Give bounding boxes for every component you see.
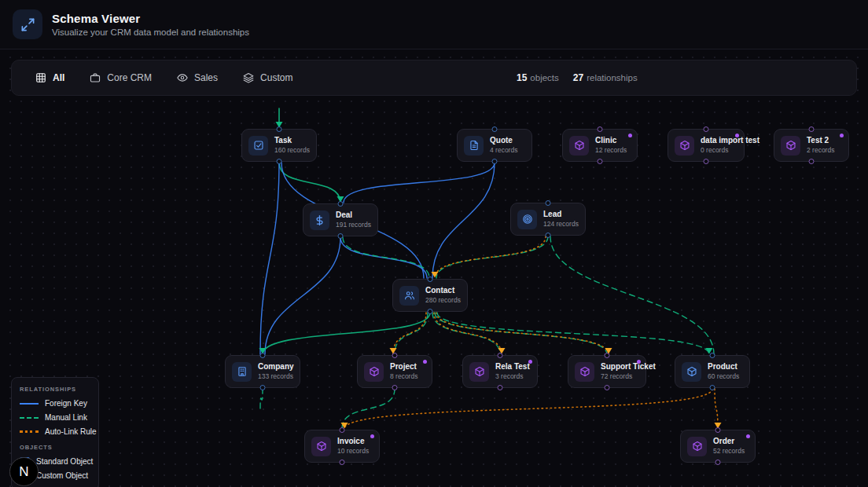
target-port[interactable] bbox=[492, 126, 498, 132]
briefcase-icon bbox=[90, 72, 101, 83]
source-port[interactable] bbox=[392, 385, 398, 390]
schema-node-data_import_test[interactable]: data import test0 records bbox=[668, 129, 745, 162]
maximize-icon bbox=[13, 9, 42, 39]
dev-tools-badge[interactable]: N bbox=[9, 457, 39, 486]
cube-icon bbox=[469, 362, 489, 382]
tab-core-crm[interactable]: Core CRM bbox=[90, 72, 152, 83]
tab-label: Core CRM bbox=[107, 72, 152, 83]
target-port[interactable] bbox=[428, 276, 433, 282]
schema-node-support_ticket[interactable]: Support Ticket72 records bbox=[568, 355, 646, 388]
schema-node-invoice[interactable]: Invoice10 records bbox=[304, 430, 380, 463]
source-port[interactable] bbox=[546, 233, 551, 238]
source-port[interactable] bbox=[340, 460, 345, 465]
node-title: Project bbox=[390, 362, 417, 372]
node-record-count: 10 records bbox=[337, 447, 369, 456]
page-title: Schema Viewer bbox=[52, 12, 249, 25]
legend-relationships-title: RELATIONSHIPS bbox=[20, 386, 90, 393]
schema-node-project[interactable]: Project8 records bbox=[357, 355, 432, 388]
schema-node-clinic[interactable]: Clinic12 records bbox=[562, 129, 638, 162]
source-port[interactable] bbox=[277, 159, 282, 164]
node-title: Test 2 bbox=[807, 136, 834, 146]
target-port[interactable] bbox=[598, 126, 603, 132]
relationships-count: 27relationships bbox=[573, 72, 638, 83]
cube-icon bbox=[682, 362, 701, 382]
schema-node-product[interactable]: Product60 records bbox=[675, 355, 750, 388]
source-port[interactable] bbox=[338, 233, 344, 239]
eye-icon bbox=[177, 72, 188, 83]
node-record-count: 133 records bbox=[258, 372, 294, 381]
node-title: Task bbox=[274, 136, 310, 146]
target-port[interactable] bbox=[340, 427, 345, 433]
page-header: Schema Viewer Visualize your CRM data mo… bbox=[0, 0, 868, 49]
users-icon bbox=[399, 286, 419, 306]
target-port[interactable] bbox=[338, 201, 344, 207]
schema-node-deal[interactable]: Deal191 records bbox=[303, 203, 378, 236]
cube-icon bbox=[311, 437, 331, 456]
schema-node-quote[interactable]: Quote4 records bbox=[457, 129, 532, 162]
custom-object-dot bbox=[423, 360, 427, 364]
target-port[interactable] bbox=[710, 353, 715, 358]
node-title: Quote bbox=[490, 136, 517, 146]
node-title: Clinic bbox=[595, 136, 627, 146]
auto-link-line-swatch bbox=[20, 430, 39, 433]
custom-object-dot bbox=[746, 434, 750, 438]
cube-icon bbox=[687, 437, 707, 456]
target-port[interactable] bbox=[715, 427, 721, 433]
node-title: Deal bbox=[336, 211, 371, 221]
source-port[interactable] bbox=[498, 385, 503, 390]
tab-all[interactable]: All bbox=[35, 72, 64, 83]
target-port[interactable] bbox=[260, 353, 266, 358]
node-record-count: 60 records bbox=[708, 372, 739, 381]
tab-sales[interactable]: Sales bbox=[177, 72, 218, 83]
target-port[interactable] bbox=[392, 353, 398, 358]
target-port[interactable] bbox=[809, 126, 815, 132]
schema-node-contact[interactable]: Contact280 records bbox=[392, 279, 468, 312]
source-port[interactable] bbox=[715, 460, 721, 465]
cube-icon bbox=[569, 136, 589, 156]
source-port[interactable] bbox=[605, 385, 610, 390]
node-record-count: 280 records bbox=[425, 296, 461, 305]
filter-tabs: All Core CRM Sales Custom bbox=[12, 72, 292, 83]
source-port[interactable] bbox=[260, 385, 266, 390]
custom-object-dot bbox=[528, 360, 532, 364]
node-record-count: 4 records bbox=[490, 146, 517, 155]
legend-item-foreign-key: Foreign Key bbox=[20, 399, 90, 408]
tab-label: Custom bbox=[260, 72, 292, 83]
node-record-count: 2 records bbox=[807, 146, 834, 155]
node-title: Contact bbox=[425, 286, 461, 296]
source-port[interactable] bbox=[598, 159, 603, 164]
cube-icon bbox=[364, 362, 384, 382]
source-port[interactable] bbox=[710, 385, 715, 390]
layers-icon bbox=[243, 72, 254, 83]
target-port[interactable] bbox=[704, 126, 709, 132]
cube-icon bbox=[575, 362, 594, 382]
custom-object-dot bbox=[840, 134, 844, 137]
source-port[interactable] bbox=[704, 159, 709, 164]
schema-node-test2[interactable]: Test 22 records bbox=[774, 129, 849, 162]
tab-custom[interactable]: Custom bbox=[243, 72, 292, 83]
node-title: Lead bbox=[543, 210, 579, 220]
schema-node-task[interactable]: Task160 records bbox=[241, 129, 317, 162]
cube-icon bbox=[675, 136, 694, 156]
page-subtitle: Visualize your CRM data model and relati… bbox=[52, 27, 249, 37]
target-port[interactable] bbox=[546, 200, 551, 206]
node-record-count: 8 records bbox=[390, 372, 417, 381]
schema-node-lead[interactable]: Lead124 records bbox=[510, 203, 586, 236]
source-port[interactable] bbox=[809, 159, 815, 164]
tab-label: Sales bbox=[194, 72, 218, 83]
foreign-key-line-swatch bbox=[20, 403, 39, 405]
target-port[interactable] bbox=[277, 126, 282, 132]
schema-node-order[interactable]: Order52 records bbox=[680, 430, 756, 463]
node-record-count: 0 records bbox=[701, 146, 760, 155]
source-port[interactable] bbox=[428, 309, 433, 314]
node-record-count: 72 records bbox=[601, 372, 656, 381]
node-title: Product bbox=[708, 362, 739, 372]
schema-node-company[interactable]: Company133 records bbox=[225, 355, 300, 388]
custom-object-dot bbox=[628, 134, 632, 137]
file-text-icon bbox=[464, 136, 484, 156]
schema-node-rela_test[interactable]: Rela Test3 records bbox=[462, 355, 538, 388]
target-port[interactable] bbox=[605, 353, 610, 358]
node-title: Invoice bbox=[337, 437, 369, 447]
target-port[interactable] bbox=[498, 353, 503, 358]
source-port[interactable] bbox=[492, 159, 498, 164]
